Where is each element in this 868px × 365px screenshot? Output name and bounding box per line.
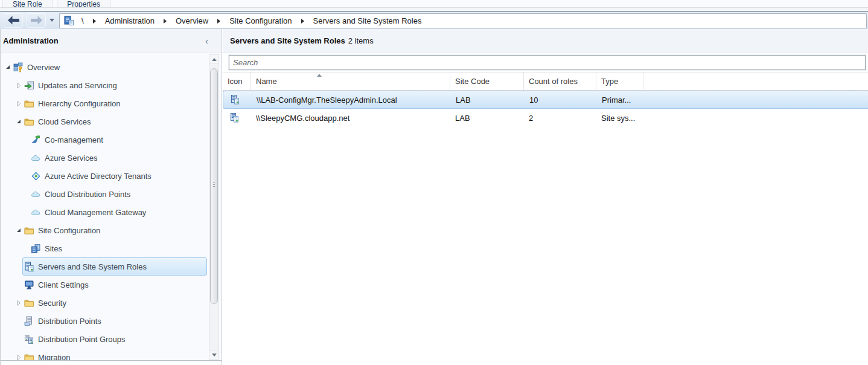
sidebar-item-cloud-services[interactable]: Cloud Services [1,112,207,131]
table-header-row: Icon Name Site Code Count of roles Type [223,72,868,91]
table-row-lab-configmgr[interactable]: \\LAB-ConfigMgr.TheSleepyAdmin.Local LAB… [223,91,868,109]
main-panel: Servers and Site System Roles 2 items Ic… [223,29,868,365]
sidebar-header: Administration ‹ [1,29,222,53]
tree-scrollbar[interactable] [209,54,219,360]
site-system-server-icon [24,262,34,272]
scroll-up-arrow-icon[interactable] [209,55,219,64]
history-dropdown-caret[interactable] [49,19,54,22]
caret-collapsed-icon[interactable] [15,300,22,306]
cloud-icon [31,189,41,199]
item-count: 2 items [348,36,374,45]
folder-icon [24,99,34,109]
page-title: Servers and Site System Roles [230,36,345,45]
caret-expanded-icon[interactable] [15,227,22,233]
folder-icon [24,117,34,127]
cloud-icon [31,153,41,163]
cloud-icon [31,207,41,218]
ribbon-tab-properties[interactable]: Properties [57,0,110,8]
row-count-of-roles: 10 [525,91,597,108]
breadcrumb-separator-icon [301,19,304,24]
breadcrumb-root[interactable]: \ [81,16,84,25]
breadcrumb-separator-icon [93,19,96,24]
folder-icon [24,298,34,308]
caret-expanded-icon[interactable] [15,118,22,124]
caret-collapsed-icon[interactable] [15,354,22,361]
content-area: Administration ‹ Overview Updates and Se… [0,29,868,365]
administration-sidebar: Administration ‹ Overview Updates and Se… [0,29,222,365]
sidebar-item-distribution-point-groups[interactable]: Distribution Point Groups [1,330,207,348]
ribbon-tab-site-role[interactable]: Site Role [2,0,53,8]
co-management-icon [31,135,41,145]
column-header-site-code[interactable]: Site Code [450,73,524,90]
sidebar-item-client-settings[interactable]: Client Settings [1,276,207,294]
sidebar-item-co-management[interactable]: Co-management [1,131,207,149]
breadcrumb-item-site-configuration[interactable]: Site Configuration [229,16,292,25]
scrollbar-thumb[interactable] [210,68,218,304]
sidebar-item-migration[interactable]: Migration [1,348,207,360]
sidebar-item-servers-and-site-system-roles[interactable]: Servers and Site System Roles [22,257,207,276]
breadcrumb-separator-icon [217,19,220,24]
breadcrumb-item-overview[interactable]: Overview [176,16,208,25]
sidebar-item-sites[interactable]: Sites [1,239,207,257]
sidebar-item-overview[interactable]: Overview [1,58,207,76]
row-site-code: LAB [450,109,524,127]
row-site-code: LAB [451,91,525,108]
row-count-of-roles: 2 [524,109,596,127]
azure-ad-tenants-icon [31,171,41,181]
sidebar-bottom-section-edge [1,360,222,365]
ribbon-tabs-strip: Site Role Properties [0,0,868,8]
folder-icon [24,225,34,236]
collapse-pane-chevron-icon[interactable]: ‹ [205,37,208,45]
sidebar-item-cloud-management-gateway[interactable]: Cloud Management Gateway [1,203,207,221]
sidebar-item-azure-services[interactable]: Azure Services [1,149,207,167]
breadcrumb-item-servers-and-site-system-roles[interactable]: Servers and Site System Roles [313,16,422,25]
sidebar-item-distribution-points[interactable]: Distribution Points [1,312,207,330]
scrollbar-grip-icon [213,182,215,188]
sites-icon [31,244,41,254]
site-system-server-icon [230,112,239,123]
distribution-point-group-icon [24,334,34,344]
scroll-down-arrow-icon[interactable] [209,350,219,359]
column-header-icon[interactable]: Icon [223,73,251,90]
table-row-sleepycmg[interactable]: \\SleepyCMG.cloudapp.net LAB 2 Site sys.… [223,109,868,127]
search-row [223,53,868,72]
client-settings-icon [24,280,34,290]
sort-ascending-icon [317,74,322,77]
column-header-type[interactable]: Type [596,73,643,90]
sidebar-item-site-configuration[interactable]: Site Configuration [1,221,207,239]
column-header-count-of-roles[interactable]: Count of roles [524,73,596,90]
row-type: Site sys... [596,109,643,127]
forward-button[interactable] [27,13,46,28]
breadcrumb[interactable]: \ Administration Overview Site Configura… [59,13,867,28]
column-header-name[interactable]: Name [251,73,450,90]
main-panel-header: Servers and Site System Roles 2 items [223,29,868,53]
caret-expanded-icon[interactable] [4,64,11,70]
administration-tree: Overview Updates and Servicing Hierarchy… [1,53,207,360]
sidebar-item-hierarchy-configuration[interactable]: Hierarchy Configuration [1,94,207,112]
breadcrumb-separator-icon [164,19,167,24]
row-name: \\SleepyCMG.cloudapp.net [251,109,450,127]
sidebar-item-updates-and-servicing[interactable]: Updates and Servicing [1,76,207,94]
row-type: Primar... [597,91,644,108]
console-node-icon [64,16,74,26]
updates-and-servicing-icon [24,80,34,91]
search-input[interactable] [229,55,866,70]
row-name: \\LAB-ConfigMgr.TheSleepyAdmin.Local [252,91,451,108]
forward-arrow-icon [30,16,43,25]
sidebar-item-azure-active-directory-tenants[interactable]: Azure Active Directory Tenants [1,167,207,185]
sidebar-item-security[interactable]: Security [1,294,207,312]
distribution-point-icon [24,316,34,326]
caret-collapsed-icon[interactable] [15,82,22,89]
sidebar-title: Administration [3,36,205,45]
site-system-server-icon [231,94,240,105]
column-header-filler [643,73,868,90]
caret-collapsed-icon[interactable] [15,100,22,107]
back-button[interactable] [4,13,23,28]
folder-icon [24,352,34,361]
overview-icon [13,62,24,73]
sidebar-item-cloud-distribution-points[interactable]: Cloud Distribution Points [1,185,207,203]
navigation-bar: \ Administration Overview Site Configura… [0,11,868,29]
back-arrow-icon [7,16,20,25]
breadcrumb-item-administration[interactable]: Administration [105,16,155,25]
